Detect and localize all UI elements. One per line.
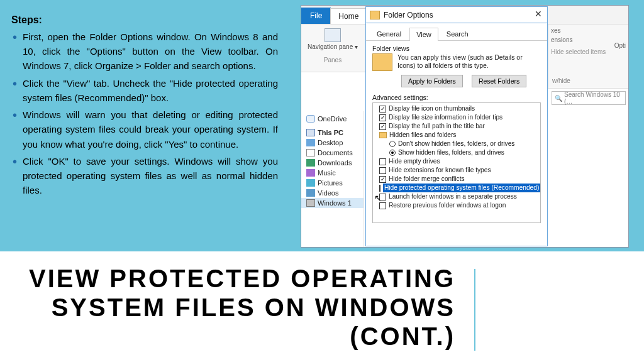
tree-desktop[interactable]: Desktop [301, 138, 364, 148]
tree-downloads[interactable]: Downloads [301, 158, 364, 168]
slide-top-panel: Steps: First, open the Folder Options wi… [0, 0, 644, 251]
tab-search[interactable]: Search [440, 27, 475, 40]
setting-label: Hide empty drives [389, 157, 440, 166]
desktop-icon [306, 139, 315, 146]
radio[interactable] [389, 150, 396, 156]
pc-icon [306, 129, 315, 136]
setting-label: Display file size information in folder … [389, 113, 502, 122]
title-accent-bar [474, 269, 475, 351]
search-input[interactable]: 🔍 Search Windows 10 (… [552, 91, 626, 105]
panes-group-label: Panes [301, 57, 364, 63]
folder-icon [379, 132, 387, 138]
pictures-icon [306, 179, 315, 187]
tab-general[interactable]: General [370, 27, 408, 40]
options-fragment[interactable]: Opti [614, 42, 626, 49]
checkbox[interactable]: ✓ [379, 114, 386, 121]
showhide-fragment: w/hide [552, 77, 570, 84]
close-icon[interactable]: ✕ [533, 9, 543, 19]
tree-pictures[interactable]: Pictures [301, 178, 364, 188]
videos-icon [306, 189, 315, 197]
home-tab[interactable]: Home [330, 8, 367, 24]
folder-options-dialog: Folder Options ✕ General View Search Fol… [365, 6, 548, 246]
ribbon-right-sliver: xes ensions Hide selected items Opti w/h… [548, 25, 628, 89]
step-item: Windows will warn you that deleting or e… [23, 107, 282, 151]
reset-folders-button[interactable]: Reset Folders [472, 75, 526, 87]
navigation-pane-label[interactable]: Navigation pane ▾ [301, 43, 364, 50]
checkbox[interactable]: ✓ [379, 106, 386, 112]
setting-label-highlighted[interactable]: Hide protected operating system files (R… [383, 184, 540, 192]
cursor-icon: ↖ [374, 194, 382, 202]
documents-icon [306, 149, 315, 156]
checkbox[interactable]: ✓ [379, 123, 386, 130]
step-item: Click the "View" tab. Uncheck the "Hide … [23, 76, 282, 106]
steps-heading: Steps: [11, 13, 282, 28]
checkbox[interactable]: ✓ [379, 176, 386, 183]
advanced-settings-label: Advanced settings: [366, 90, 547, 101]
folder-views-icon [372, 53, 392, 71]
slide-title: VIEW PROTECTED OPERATING SYSTEM FILES ON… [0, 264, 644, 351]
hide-selected-label: Hide selected items [551, 48, 626, 55]
setting-label: Display file icon on thumbnails [389, 104, 475, 113]
advanced-settings-list[interactable]: ✓Display file icon on thumbnails ✓Displa… [372, 102, 541, 223]
title-line2: SYSTEM FILES ON WINDOWS [29, 293, 455, 322]
checkbox[interactable] [379, 185, 380, 192]
tree-thispc[interactable]: This PC [301, 128, 364, 138]
steps-block: Steps: First, open the Folder Options wi… [11, 13, 282, 200]
dialog-titlebar: Folder Options ✕ [366, 7, 547, 23]
disk-icon [306, 199, 315, 207]
folder-views-section: Folder views You can apply this view (su… [366, 41, 547, 90]
tree-music[interactable]: Music [301, 168, 364, 178]
setting-label: Hidden files and folders [389, 131, 456, 140]
checkbox[interactable] [379, 158, 386, 165]
step-item: Click "OK" to save your settings. Window… [23, 154, 282, 198]
setting-label: Show hidden files, folders, and drives [398, 148, 504, 157]
title-line1: VIEW PROTECTED OPERATING [29, 264, 455, 293]
search-icon: 🔍 [555, 95, 562, 102]
checkbox[interactable] [379, 202, 386, 209]
folder-views-text: You can apply this view (such as Details… [397, 53, 541, 70]
folder-views-heading: Folder views [372, 45, 541, 52]
steps-list: First, open the Folder Options window. O… [11, 30, 282, 198]
step-item: First, open the Folder Options window. O… [23, 30, 282, 74]
dialog-title-text: Folder Options [384, 11, 433, 19]
tree-cdrive[interactable]: Windows 1 [301, 198, 364, 208]
tree-videos[interactable]: Videos [301, 188, 364, 198]
tree-documents[interactable]: Documents [301, 148, 364, 158]
navigation-pane-icon[interactable] [325, 28, 341, 42]
ribbon-fragment: xes [551, 27, 626, 34]
title-line3: (CONT.) [29, 322, 455, 351]
tab-view[interactable]: View [409, 28, 438, 41]
music-icon [306, 169, 315, 177]
radio[interactable] [389, 141, 396, 147]
setting-label: Hide extensions for known file types [389, 166, 491, 175]
file-tab[interactable]: File [301, 8, 331, 24]
setting-label: Launch folder windows in a separate proc… [389, 192, 517, 201]
search-placeholder: Search Windows 10 (… [564, 91, 623, 105]
folder-icon [370, 11, 380, 19]
setting-label: Restore previous folder windows at logon [389, 201, 506, 210]
dialog-tabs: General View Search [366, 23, 547, 41]
setting-label: Don't show hidden files, folders, or dri… [398, 140, 514, 148]
explorer-nav-tree: OneDrive This PC Desktop Documents Downl… [301, 111, 364, 247]
setting-label: Display the full path in the title bar [389, 122, 485, 131]
setting-label: Hide folder merge conflicts [389, 175, 465, 184]
tree-onedrive[interactable]: OneDrive [301, 114, 364, 124]
cloud-icon [306, 115, 315, 123]
downloads-icon [306, 159, 315, 167]
screenshot: File Home Navigation pane ▾ Panes xes en… [301, 5, 629, 248]
checkbox[interactable] [379, 167, 386, 174]
panes-group: Navigation pane ▾ Panes [301, 25, 364, 72]
apply-to-folders-button[interactable]: Apply to Folders [401, 75, 463, 87]
slide: Steps: First, open the Folder Options wi… [0, 0, 644, 362]
